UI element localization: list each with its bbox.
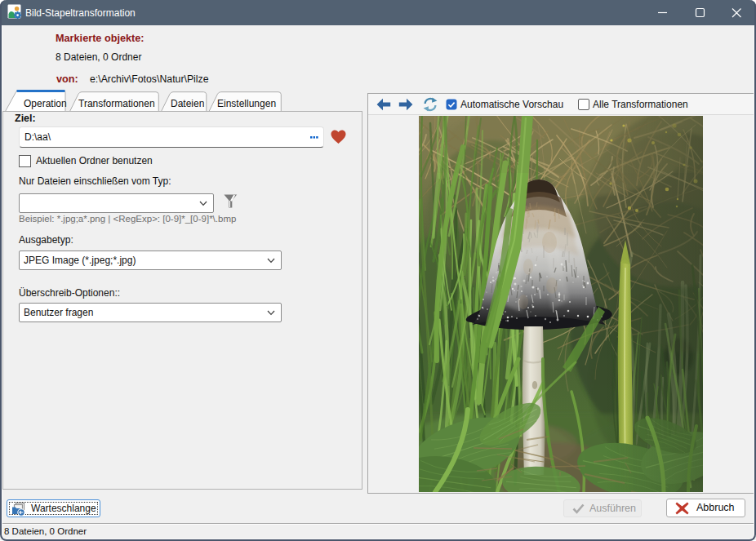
svg-text:Einstellungen: Einstellungen bbox=[217, 98, 276, 109]
svg-text:Transformationen: Transformationen bbox=[78, 98, 155, 109]
svg-text:Operation: Operation bbox=[24, 98, 67, 109]
svg-text:Dateien: Dateien bbox=[171, 98, 204, 109]
